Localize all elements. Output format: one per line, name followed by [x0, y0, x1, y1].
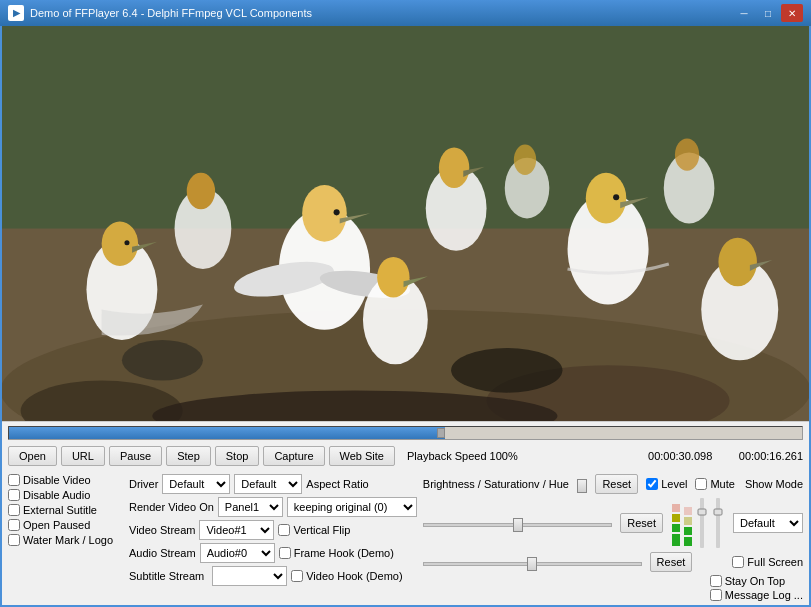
show-mode-dropdown[interactable]: Default: [733, 513, 803, 533]
svg-point-20: [187, 173, 215, 209]
disable-audio-text: Disable Audio: [23, 489, 90, 501]
svg-point-24: [514, 145, 536, 175]
message-log-label[interactable]: Message Log ...: [710, 589, 803, 601]
frame-hook-text: Frame Hook (Demo): [294, 547, 394, 559]
bottom-right-row: Stay On Top Message Log ...: [423, 575, 803, 601]
maximize-button[interactable]: □: [757, 4, 779, 22]
svg-rect-41: [716, 498, 720, 548]
svg-rect-31: [672, 534, 680, 546]
video-hook-checkbox[interactable]: [291, 570, 303, 582]
controls-area: Open URL Pause Step Stop Capture Web Sit…: [2, 442, 809, 474]
stay-on-top-label[interactable]: Stay On Top: [710, 575, 803, 587]
vertical-flip-label[interactable]: Vertical Flip: [278, 524, 350, 536]
disable-audio-checkbox[interactable]: [8, 489, 20, 501]
open-paused-label[interactable]: Open Paused: [8, 519, 123, 531]
svg-rect-32: [672, 524, 680, 532]
render-panel-dropdown[interactable]: Panel1: [218, 497, 283, 517]
svg-point-15: [586, 173, 627, 224]
subtitle-stream-label: Subtitle Stream: [129, 570, 204, 582]
video-hook-text: Video Hook (Demo): [306, 570, 402, 582]
svg-rect-40: [698, 509, 706, 515]
video-content: [2, 26, 809, 421]
brightness-slider[interactable]: [577, 484, 587, 488]
render-video-label: Render Video On: [129, 501, 214, 513]
disable-video-checkbox[interactable]: [8, 474, 20, 486]
right-checkboxes: Full Screen: [732, 556, 803, 568]
video-hook-label[interactable]: Video Hook (Demo): [291, 570, 402, 582]
vertical-flip-checkbox[interactable]: [278, 524, 290, 536]
window-title: Demo of FFPlayer 6.4 - Delphi FFmpeg VCL…: [30, 7, 312, 19]
water-mark-label[interactable]: Water Mark / Logo: [8, 534, 123, 546]
video-area: [2, 26, 809, 421]
saturation-slider[interactable]: [423, 523, 612, 527]
close-button[interactable]: ✕: [781, 4, 803, 22]
title-bar: ▶ Demo of FFPlayer 6.4 - Delphi FFmpeg V…: [0, 0, 811, 26]
volume-slider-left[interactable]: [695, 497, 709, 549]
frame-hook-label[interactable]: Frame Hook (Demo): [279, 547, 394, 559]
level-label[interactable]: Level: [646, 478, 687, 490]
full-screen-checkbox[interactable]: [732, 556, 744, 568]
saturation-reset-button[interactable]: Reset: [620, 513, 663, 533]
message-log-checkbox[interactable]: [710, 589, 722, 601]
progress-area: [2, 421, 809, 442]
svg-point-7: [302, 185, 347, 242]
step-button[interactable]: Step: [166, 446, 211, 466]
water-mark-checkbox[interactable]: [8, 534, 20, 546]
stay-on-top-text: Stay On Top: [725, 575, 785, 587]
driver1-dropdown[interactable]: Default: [162, 474, 230, 494]
title-bar-left: ▶ Demo of FFPlayer 6.4 - Delphi FFmpeg V…: [8, 5, 312, 21]
driver-row: Driver Default Default Aspect Ratio: [129, 474, 417, 494]
website-button[interactable]: Web Site: [329, 446, 395, 466]
mute-text: Mute: [710, 478, 734, 490]
capture-button[interactable]: Capture: [263, 446, 324, 466]
mute-checkbox[interactable]: [695, 478, 707, 490]
audio-stream-dropdown[interactable]: Audio#0: [200, 543, 275, 563]
level-checkbox[interactable]: [646, 478, 658, 490]
hue-row: Reset Full Screen: [423, 552, 803, 572]
speed-label: Playback Speed 100%: [407, 450, 518, 462]
subtitle-stream-row: Subtitle Stream Video Hook (Demo): [129, 566, 417, 586]
mute-label[interactable]: Mute: [695, 478, 734, 490]
disable-video-label[interactable]: Disable Video: [8, 474, 123, 486]
main-window: Open URL Pause Step Stop Capture Web Sit…: [0, 26, 811, 607]
svg-point-30: [451, 348, 562, 393]
hue-reset-button[interactable]: Reset: [650, 552, 693, 572]
url-button[interactable]: URL: [61, 446, 105, 466]
disable-audio-label[interactable]: Disable Audio: [8, 489, 123, 501]
svg-point-12: [102, 221, 138, 266]
svg-rect-35: [684, 537, 692, 546]
video-stream-dropdown[interactable]: Video#1: [199, 520, 274, 540]
stop-button[interactable]: Stop: [215, 446, 260, 466]
brightness-reset-button[interactable]: Reset: [595, 474, 638, 494]
pause-button[interactable]: Pause: [109, 446, 162, 466]
bottom-controls: Disable Video Disable Audio External Sut…: [2, 474, 809, 605]
audio-stream-label: Audio Stream: [129, 547, 196, 559]
keeping-dropdown[interactable]: keeping original (0): [287, 497, 417, 517]
frame-hook-checkbox[interactable]: [279, 547, 291, 559]
volume-slider-right[interactable]: [711, 497, 725, 549]
minimize-button[interactable]: ─: [733, 4, 755, 22]
time-display: 00:00:30.098 00:00:16.261: [648, 450, 803, 463]
hue-slider[interactable]: [423, 562, 642, 566]
show-mode-label: Show Mode: [745, 478, 803, 490]
external-subtitle-checkbox[interactable]: [8, 504, 20, 516]
water-mark-text: Water Mark / Logo: [23, 534, 113, 546]
progress-bar[interactable]: [8, 426, 803, 440]
svg-point-8: [334, 209, 340, 215]
external-subtitle-label[interactable]: External Sutitle: [8, 504, 123, 516]
svg-point-29: [122, 340, 203, 381]
svg-point-28: [675, 138, 699, 170]
subtitle-stream-dropdown[interactable]: [212, 566, 287, 586]
stay-on-top-checkbox[interactable]: [710, 575, 722, 587]
svg-rect-39: [700, 498, 704, 548]
svg-rect-33: [672, 514, 680, 522]
full-screen-label[interactable]: Full Screen: [732, 556, 803, 568]
progress-thumb[interactable]: [437, 428, 445, 438]
driver2-dropdown[interactable]: Default: [234, 474, 302, 494]
open-button[interactable]: Open: [8, 446, 57, 466]
svg-rect-38: [684, 507, 692, 515]
video-stream-row: Video Stream Video#1 Vertical Flip: [129, 520, 417, 540]
svg-point-13: [124, 240, 129, 245]
open-paused-checkbox[interactable]: [8, 519, 20, 531]
controls-row1: Open URL Pause Step Stop Capture Web Sit…: [8, 446, 803, 466]
